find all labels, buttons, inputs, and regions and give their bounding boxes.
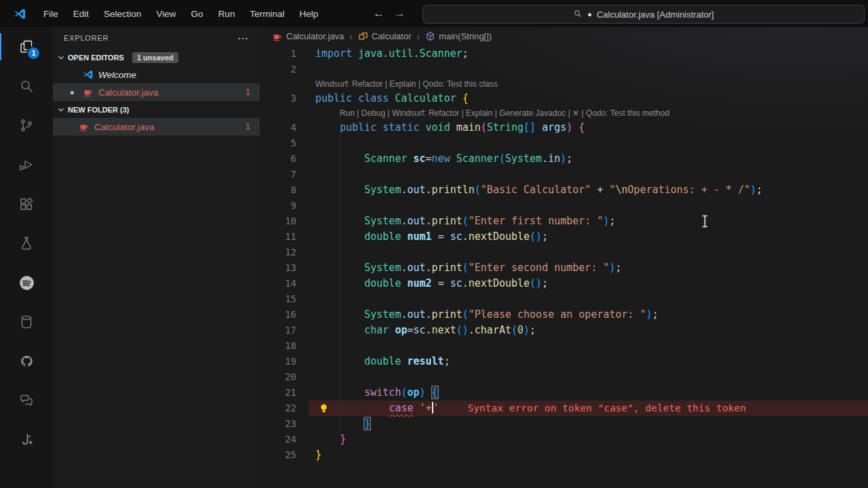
java-file-icon bbox=[272, 31, 283, 42]
code-line-23[interactable]: 23 } bbox=[260, 416, 868, 432]
search-icon[interactable] bbox=[0, 66, 53, 106]
code-line-10[interactable]: 10 System.out.print("Enter first number:… bbox=[260, 214, 868, 229]
breadcrumb-method[interactable]: main(String[]) bbox=[425, 31, 492, 41]
comments-icon[interactable] bbox=[0, 381, 53, 420]
spotify-icon[interactable] bbox=[0, 263, 53, 302]
codelens-actions[interactable]: Windsurf: Refactor | Explain | Qodo: Tes… bbox=[260, 77, 868, 91]
code-editor[interactable]: 1import java.util.Scanner;2Windsurf: Ref… bbox=[260, 46, 868, 463]
vscode-welcome-icon bbox=[83, 69, 94, 80]
history-navigation: ← → bbox=[373, 0, 406, 27]
code-line-12[interactable]: 12 bbox=[260, 245, 868, 260]
code-line-18[interactable]: 18 bbox=[260, 338, 868, 354]
run-debug-icon[interactable] bbox=[0, 145, 53, 184]
line-number: 24 bbox=[260, 432, 296, 447]
java-file-icon bbox=[79, 121, 90, 132]
vscode-logo-icon bbox=[14, 7, 26, 20]
breadcrumb-separator: › bbox=[349, 31, 353, 42]
search-icon bbox=[573, 9, 583, 20]
line-number: 1 bbox=[260, 46, 296, 62]
mouse-ibeam-cursor bbox=[701, 215, 709, 230]
indent-guide bbox=[340, 136, 340, 432]
code-line-3[interactable]: 3public class Calculator { bbox=[260, 91, 868, 106]
code-line-2[interactable]: 2 bbox=[260, 62, 868, 77]
code-line-15[interactable]: 15 bbox=[260, 291, 868, 307]
menu-run[interactable]: Run bbox=[211, 0, 243, 27]
source-control-icon[interactable] bbox=[0, 106, 53, 145]
menu-view[interactable]: View bbox=[149, 0, 184, 27]
menu-selection[interactable]: Selection bbox=[96, 0, 149, 27]
code-line-1[interactable]: 1import java.util.Scanner; bbox=[260, 46, 868, 62]
vscode-window: FileEditSelectionViewGoRunTerminalHelp ←… bbox=[0, 0, 868, 488]
code-line-8[interactable]: 8 System.out.println("Basic Calculator" … bbox=[260, 182, 868, 198]
menu-terminal[interactable]: Terminal bbox=[242, 0, 292, 27]
code-line-20[interactable]: 20 bbox=[260, 369, 868, 385]
line-number: 18 bbox=[260, 338, 296, 354]
menu-file[interactable]: File bbox=[36, 0, 66, 27]
line-number: 3 bbox=[260, 91, 296, 106]
chevron-down-icon bbox=[56, 53, 66, 62]
unsaved-badge: 1 unsaved bbox=[132, 52, 178, 63]
line-number: 14 bbox=[260, 276, 296, 291]
list-item-calculator-java[interactable]: ●Calculator.java1 bbox=[53, 83, 260, 101]
window-title: Calculator.java [Administrator] bbox=[597, 9, 714, 20]
code-line-9[interactable]: 9 bbox=[260, 198, 868, 214]
code-line-14[interactable]: 14 double num2 = sc.nextDouble(); bbox=[260, 276, 868, 291]
code-line-6[interactable]: 6 Scanner sc=new Scanner(System.in); bbox=[260, 151, 868, 167]
code-line-24[interactable]: 24 } bbox=[260, 432, 868, 447]
section-new-folder[interactable]: NEW FOLDER (3) bbox=[53, 101, 260, 118]
database-icon[interactable] bbox=[0, 302, 53, 342]
code-line-5[interactable]: 5 bbox=[260, 136, 868, 151]
code-line-4[interactable]: 4 public static void main(String[] args)… bbox=[260, 120, 868, 136]
breadcrumb: Calculator.java › Calculator › main(Stri… bbox=[260, 27, 868, 45]
github-icon[interactable] bbox=[0, 342, 53, 381]
code-line-19[interactable]: 19 double result; bbox=[260, 354, 868, 369]
back-arrow-icon[interactable]: ← bbox=[373, 7, 384, 20]
forward-arrow-icon[interactable]: → bbox=[394, 7, 406, 20]
section-open-editors[interactable]: OPEN EDITORS1 unsaved bbox=[53, 49, 260, 66]
code-line-22[interactable]: 22 case '+'Syntax error on token "case",… bbox=[260, 401, 868, 416]
sidebar-title: EXPLORER bbox=[64, 34, 108, 42]
explorer-actions-button[interactable]: ⋯ bbox=[237, 32, 249, 45]
code-line-17[interactable]: 17 char op=sc.next().charAt(0); bbox=[260, 323, 868, 338]
menu-help[interactable]: Help bbox=[292, 0, 326, 27]
ai-assistant-icon[interactable] bbox=[0, 420, 53, 460]
line-number: 23 bbox=[260, 416, 296, 432]
testing-icon[interactable] bbox=[0, 224, 53, 263]
code-line-25[interactable]: 25} bbox=[260, 447, 868, 463]
list-item-welcome[interactable]: Welcome bbox=[53, 66, 260, 83]
lightbulb-icon[interactable] bbox=[318, 403, 330, 414]
code-line-13[interactable]: 13 System.out.print("Enter second number… bbox=[260, 260, 868, 276]
line-number: 16 bbox=[260, 307, 296, 323]
modified-dot: ● bbox=[587, 11, 592, 18]
explorer-icon[interactable]: 1 bbox=[0, 27, 53, 66]
line-number: 20 bbox=[260, 369, 296, 385]
breadcrumb-class[interactable]: Calculator bbox=[358, 31, 412, 41]
code-line-11[interactable]: 11 double num1 = sc.nextDouble(); bbox=[260, 229, 868, 245]
line-number: 10 bbox=[260, 214, 296, 229]
line-number: 6 bbox=[260, 151, 296, 167]
list-item-calculator-java[interactable]: Calculator.java1 bbox=[53, 118, 260, 136]
title-bar: FileEditSelectionViewGoRunTerminalHelp ←… bbox=[0, 0, 868, 28]
line-number: 4 bbox=[260, 120, 296, 136]
codelens-actions[interactable]: Run | Debug | Windsurf: Refactor | Expla… bbox=[260, 106, 868, 120]
command-center-search[interactable]: ● Calculator.java [Administrator] bbox=[422, 5, 865, 24]
line-number: 25 bbox=[260, 447, 296, 463]
menu-go[interactable]: Go bbox=[184, 0, 211, 27]
modified-dot: ● bbox=[70, 88, 75, 96]
chevron-down-icon bbox=[56, 105, 66, 115]
method-symbol-icon bbox=[425, 31, 435, 41]
activity-bar: 1 bbox=[0, 27, 53, 488]
code-line-16[interactable]: 16 System.out.print("Please choose an op… bbox=[260, 307, 868, 323]
menu-edit[interactable]: Edit bbox=[66, 0, 96, 27]
line-number: 8 bbox=[260, 182, 296, 198]
explorer-sidebar: EXPLORER ⋯ OPEN EDITORS1 unsavedWelcome●… bbox=[53, 27, 260, 488]
code-line-7[interactable]: 7 bbox=[260, 167, 868, 182]
java-file-icon bbox=[83, 87, 94, 98]
line-number: 9 bbox=[260, 198, 296, 214]
code-line-21[interactable]: 21 switch(op) { bbox=[260, 385, 868, 401]
extensions-icon[interactable] bbox=[0, 184, 53, 224]
breadcrumb-file[interactable]: Calculator.java bbox=[272, 31, 344, 42]
line-number: 11 bbox=[260, 229, 296, 245]
explorer-badge: 1 bbox=[26, 46, 41, 60]
class-symbol-icon bbox=[358, 31, 368, 41]
